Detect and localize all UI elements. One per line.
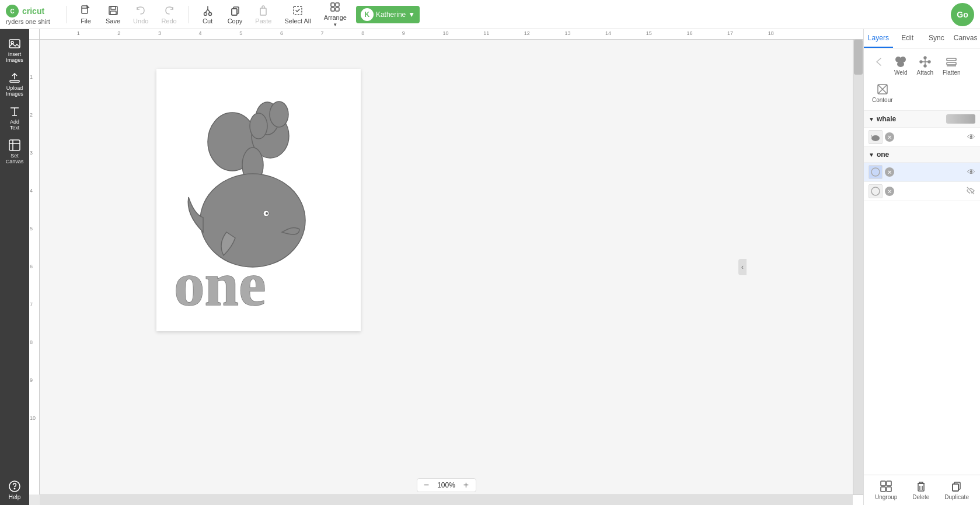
ungroup-button[interactable]: Ungroup: [875, 480, 897, 500]
layer-group-one: ▼ one ✕ 👁 ✕: [864, 147, 980, 201]
svg-text:cricut: cricut: [22, 6, 44, 16]
horizontal-scrollbar[interactable]: [40, 495, 853, 505]
tab-layers[interactable]: Layers: [864, 29, 893, 48]
attach-button[interactable]: Attach: [913, 53, 937, 78]
user-avatar: K: [361, 8, 374, 21]
canvas-area[interactable]: one: [40, 40, 853, 495]
layer-item-whale[interactable]: ✕ 👁: [864, 128, 980, 147]
svg-point-38: [928, 61, 930, 63]
one-close-2[interactable]: ✕: [885, 187, 894, 196]
svg-rect-42: [947, 62, 956, 65]
one-eye-2[interactable]: [966, 186, 975, 197]
one-eye-1[interactable]: 👁: [967, 167, 975, 177]
svg-point-29: [270, 101, 288, 127]
layer-group-one-header[interactable]: ▼ one: [864, 147, 980, 163]
sidebar-item-add-text[interactable]: Add Text: [1, 101, 28, 134]
layer-group-whale-header[interactable]: ▼ whale: [864, 111, 980, 128]
svg-text:C: C: [10, 8, 14, 15]
collapse-panel-button[interactable]: ‹: [738, 259, 747, 275]
ruler-left: 12345678910: [29, 40, 40, 495]
svg-point-46: [871, 187, 880, 195]
zoom-out-button[interactable]: −: [421, 480, 433, 490]
cut-button[interactable]: Cut: [197, 3, 218, 26]
go-button[interactable]: Go: [951, 3, 974, 26]
help-label: Help: [9, 494, 21, 500]
delete-button[interactable]: Delete: [912, 480, 929, 500]
right-panel-tabs: Layers Edit Sync Canvas: [864, 29, 980, 48]
layer-item-one-1[interactable]: ✕ 👁: [864, 163, 980, 182]
one-thumb-2: [869, 184, 883, 198]
design-canvas: one: [156, 69, 361, 331]
svg-rect-47: [881, 481, 885, 486]
ruler-top: 123456789101112131415161718: [40, 29, 863, 40]
svg-rect-16: [331, 8, 334, 11]
sidebar-item-insert-images[interactable]: Insert Images: [1, 34, 28, 66]
arrange-button[interactable]: Arrange ▼: [320, 0, 350, 29]
redo-button[interactable]: Redo: [158, 3, 180, 26]
svg-rect-51: [918, 483, 924, 491]
delete-label: Delete: [912, 494, 929, 500]
sidebar-help[interactable]: Help: [8, 480, 21, 500]
zoom-in-button[interactable]: +: [461, 480, 472, 490]
svg-rect-6: [110, 11, 116, 15]
right-bottom-actions: Ungroup Delete Duplicate: [864, 475, 980, 505]
weld-button[interactable]: Weld: [891, 53, 911, 78]
zoom-controls: − 100% +: [417, 478, 476, 492]
svg-point-37: [920, 61, 922, 63]
canvas-wrapper: 123456789101112131415161718 12345678910: [29, 29, 863, 505]
contour-button[interactable]: Contour: [869, 80, 897, 106]
whale-thumb: [869, 130, 883, 144]
layer-group-whale: ▼ whale ✕ 👁: [864, 111, 980, 147]
svg-text:one: one: [174, 250, 266, 318]
tab-canvas[interactable]: Canvas: [951, 29, 980, 48]
sidebar-item-upload-images[interactable]: Upload Images: [1, 68, 28, 100]
one-expand-arrow: ▼: [869, 152, 874, 158]
duplicate-button[interactable]: Duplicate: [944, 480, 969, 500]
left-sidebar: Insert Images Upload Images Add Text Set…: [0, 29, 29, 505]
svg-point-44: [871, 135, 880, 141]
svg-point-36: [897, 61, 904, 67]
user-dropdown-icon: ▼: [408, 10, 415, 19]
flatten-button[interactable]: Flatten: [939, 53, 964, 78]
layer-item-one-2[interactable]: ✕: [864, 182, 980, 201]
canvas-content: one: [40, 40, 853, 495]
zoom-level: 100%: [435, 481, 458, 489]
user-badge[interactable]: K Katherine ▼: [356, 6, 420, 23]
vertical-scrollbar[interactable]: [853, 40, 863, 495]
sidebar-item-set-canvas[interactable]: Set Canvas: [1, 135, 28, 168]
file-button[interactable]: File: [75, 3, 96, 26]
back-arrow-button[interactable]: [869, 53, 888, 78]
user-name: Katherine: [376, 10, 406, 19]
separator2: [189, 6, 189, 23]
svg-rect-53: [953, 484, 958, 491]
tab-sync[interactable]: Sync: [922, 29, 951, 48]
paste-button[interactable]: Paste: [252, 3, 275, 26]
svg-point-32: [266, 212, 268, 215]
weld-label: Weld: [894, 69, 908, 76]
svg-rect-15: [336, 3, 339, 6]
svg-rect-17: [336, 8, 339, 11]
svg-rect-20: [10, 80, 19, 82]
vscroll-thumb[interactable]: [854, 40, 863, 75]
one-close-1[interactable]: ✕: [885, 167, 894, 177]
contour-label: Contour: [872, 97, 893, 103]
svg-rect-21: [9, 140, 20, 150]
svg-rect-10: [232, 9, 237, 15]
main-layout: Insert Images Upload Images Add Text Set…: [0, 29, 980, 505]
svg-rect-49: [881, 487, 885, 492]
whale-expand-arrow: ▼: [869, 116, 874, 122]
select-all-button[interactable]: Select All: [281, 3, 315, 26]
one-thumb-1: [869, 165, 883, 179]
undo-button[interactable]: Undo: [130, 3, 152, 26]
svg-rect-12: [260, 8, 266, 15]
tab-edit[interactable]: Edit: [893, 29, 922, 48]
svg-rect-5: [111, 6, 116, 9]
whale-group: [188, 101, 305, 267]
save-button[interactable]: Save: [102, 3, 124, 26]
cricut-logo: C cricut: [6, 4, 53, 18]
svg-point-39: [924, 57, 926, 59]
whale-close[interactable]: ✕: [885, 132, 894, 142]
whale-eye[interactable]: 👁: [967, 132, 975, 142]
project-title: ryders one shirt: [6, 18, 50, 25]
copy-button[interactable]: Copy: [224, 3, 246, 26]
